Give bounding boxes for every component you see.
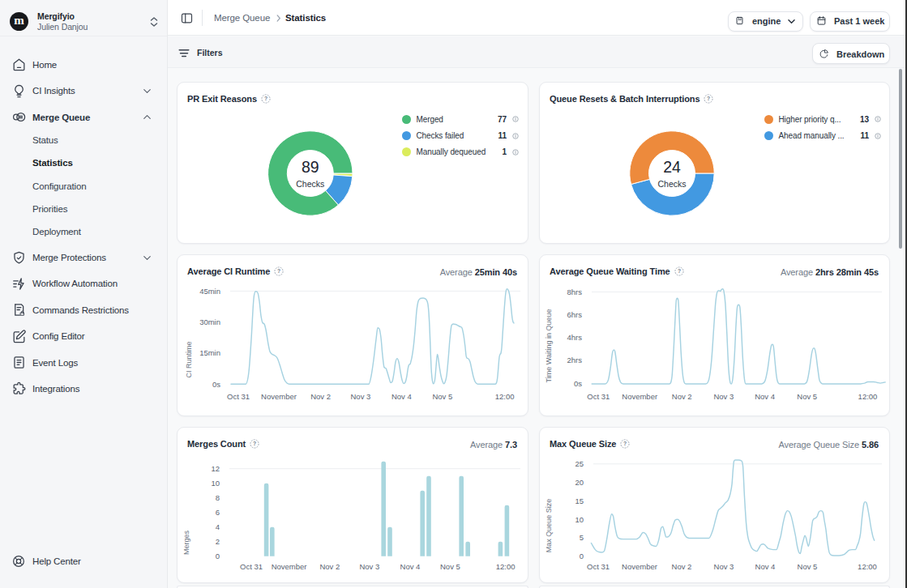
svg-text:89: 89 (302, 158, 319, 176)
svg-text:24: 24 (663, 158, 681, 176)
svg-text:4hrs: 4hrs (567, 333, 583, 342)
svg-text:November: November (272, 562, 307, 571)
svg-text:Checks: Checks (296, 179, 324, 189)
svg-text:Nov 2: Nov 2 (319, 562, 340, 571)
svg-text:Nov 3: Nov 3 (713, 392, 734, 401)
svg-text:Nov 3: Nov 3 (350, 392, 370, 401)
svg-text:Oct 31: Oct 31 (240, 562, 263, 571)
svg-text:10: 10 (211, 479, 220, 488)
svg-text:8hrs: 8hrs (567, 288, 583, 296)
svg-text:Oct 31: Oct 31 (587, 392, 610, 401)
svg-text:15: 15 (575, 496, 584, 505)
svg-text:Nov 3: Nov 3 (359, 562, 379, 571)
svg-text:Oct 31: Oct 31 (227, 392, 250, 401)
svg-text:12:00: 12:00 (858, 562, 877, 571)
svg-text:0s: 0s (574, 379, 582, 388)
svg-text:20: 20 (575, 478, 584, 487)
svg-text:0s: 0s (212, 380, 220, 389)
svg-text:Nov 5: Nov 5 (432, 392, 452, 401)
svg-text:2hrs: 2hrs (567, 356, 583, 364)
svg-text:Nov 2: Nov 2 (672, 562, 692, 571)
svg-text:0: 0 (580, 552, 584, 560)
svg-text:Max Queue Size: Max Queue Size (545, 499, 553, 553)
svg-text:Nov 5: Nov 5 (440, 562, 460, 571)
svg-text:Nov 5: Nov 5 (797, 392, 817, 401)
svg-text:2: 2 (216, 537, 220, 546)
svg-text:Nov 3: Nov 3 (714, 562, 734, 571)
svg-text:25: 25 (575, 459, 584, 468)
svg-text:Nov 4: Nov 4 (755, 392, 775, 401)
svg-text:6: 6 (216, 508, 220, 517)
svg-text:8: 8 (216, 493, 220, 502)
svg-text:Merges: Merges (182, 530, 190, 555)
svg-text:Nov 2: Nov 2 (672, 392, 692, 401)
svg-text:0: 0 (216, 552, 220, 560)
svg-text:5: 5 (580, 533, 584, 542)
svg-text:45min: 45min (199, 287, 220, 296)
svg-text:30min: 30min (199, 317, 220, 326)
svg-text:Nov 4: Nov 4 (400, 562, 421, 571)
svg-text:Nov 2: Nov 2 (310, 392, 331, 401)
svg-text:Checks: Checks (657, 179, 686, 189)
svg-text:Nov 4: Nov 4 (755, 562, 776, 571)
svg-text:November: November (622, 562, 657, 571)
svg-text:4: 4 (216, 522, 220, 531)
svg-text:12: 12 (211, 464, 220, 473)
svg-text:Time Waiting in Queue: Time Waiting in Queue (545, 309, 553, 383)
svg-text:CI Runtime: CI Runtime (185, 341, 193, 377)
svg-text:Nov 4: Nov 4 (391, 392, 412, 401)
svg-text:6hrs: 6hrs (567, 310, 583, 319)
svg-text:Oct 31: Oct 31 (587, 562, 610, 571)
svg-text:12:00: 12:00 (858, 392, 878, 401)
svg-text:12:00: 12:00 (495, 392, 515, 401)
svg-text:November: November (261, 392, 297, 401)
svg-text:10: 10 (575, 515, 584, 524)
svg-text:November: November (622, 392, 657, 401)
svg-text:12:00: 12:00 (496, 562, 516, 571)
svg-text:Nov 5: Nov 5 (798, 562, 818, 571)
svg-text:15min: 15min (199, 348, 220, 357)
